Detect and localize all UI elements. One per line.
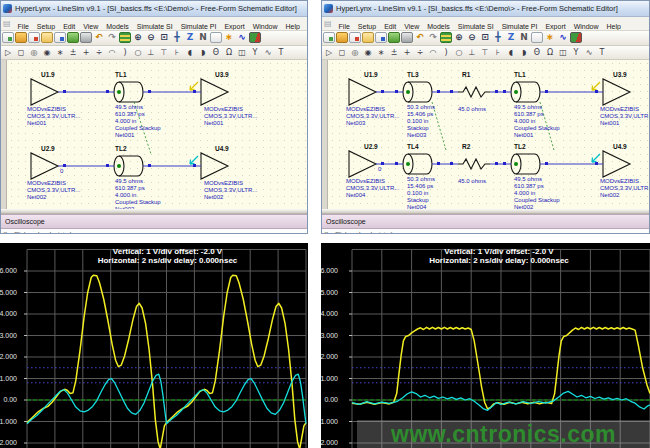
add-transmission-line-icon[interactable]: ∿ bbox=[262, 47, 274, 58]
open-recent-icon[interactable] bbox=[41, 32, 53, 43]
net-highlight-icon[interactable]: Z bbox=[505, 32, 517, 43]
open-recent-icon[interactable] bbox=[362, 32, 374, 43]
ref-designator-u3.9[interactable]: U3.9 bbox=[613, 71, 627, 78]
open-icon[interactable] bbox=[336, 32, 348, 43]
save-icon[interactable] bbox=[54, 32, 66, 43]
menu-item-simulate-pi[interactable]: Simulate PI bbox=[177, 22, 221, 31]
ref-designator-u1.9[interactable]: U1.9 bbox=[364, 71, 378, 78]
add-buffer-icon[interactable]: ◎ bbox=[28, 47, 40, 58]
ref-designator-tl4[interactable]: TL4 bbox=[407, 143, 419, 150]
pan-icon[interactable]: ╋ bbox=[171, 32, 183, 43]
menu-item-models[interactable]: Models bbox=[423, 22, 454, 31]
add-stub-icon[interactable]: ) bbox=[440, 47, 452, 58]
add-coupled-line-icon[interactable]: ◫ bbox=[557, 47, 569, 58]
add-theta-element-icon[interactable]: Θ bbox=[210, 47, 222, 58]
titlebar[interactable]: HyperLynx - LineSim v9.1 - [SI_basics.ff… bbox=[1, 1, 307, 17]
print-icon[interactable] bbox=[401, 32, 413, 43]
export-schematic-icon[interactable] bbox=[28, 32, 40, 43]
area-select-tool-icon[interactable]: ◻ bbox=[336, 47, 348, 58]
ref-designator-tl3[interactable]: TL3 bbox=[407, 71, 419, 78]
add-node-icon[interactable]: ○ bbox=[132, 47, 144, 58]
menu-item-file[interactable]: File bbox=[14, 22, 33, 31]
schematic-canvas-right[interactable]: U1.9MODvsEZIBISCMOS,3.3V,ULTR...Net003TL… bbox=[322, 60, 649, 209]
redo-icon[interactable]: ↷ bbox=[106, 32, 118, 43]
menu-item-view[interactable]: View bbox=[79, 22, 102, 31]
add-terminator-icon[interactable]: ÷ bbox=[93, 47, 105, 58]
add-via-icon[interactable]: ⊤ bbox=[479, 47, 491, 58]
board-viewer-icon[interactable] bbox=[249, 32, 261, 43]
add-right-port-icon[interactable]: ◗ bbox=[197, 47, 209, 58]
ref-designator-tl1[interactable]: TL1 bbox=[514, 71, 526, 78]
add-test-point-icon[interactable]: ⊦ bbox=[171, 47, 183, 58]
stackup-editor-icon[interactable] bbox=[440, 32, 452, 43]
add-ic-icon[interactable]: ◉ bbox=[362, 47, 374, 58]
add-terminator-icon[interactable]: ÷ bbox=[414, 47, 426, 58]
zoom-out-icon[interactable]: ⊖ bbox=[466, 32, 478, 43]
menu-item-models[interactable]: Models bbox=[102, 22, 133, 31]
add-ground-icon[interactable]: ⊥ bbox=[466, 47, 478, 58]
ref-designator-u2.9[interactable]: U2.9 bbox=[364, 143, 378, 150]
add-y-split-icon[interactable]: Y bbox=[570, 47, 582, 58]
wizard-icon[interactable]: ∗ bbox=[544, 32, 556, 43]
ref-designator-u3.9[interactable]: U3.9 bbox=[215, 71, 229, 78]
oscilloscope-pane-header[interactable]: Oscilloscope bbox=[1, 214, 307, 229]
add-ground-icon[interactable]: ⊥ bbox=[145, 47, 157, 58]
add-text-icon[interactable]: T bbox=[596, 47, 608, 58]
pan-icon[interactable]: ╋ bbox=[492, 32, 504, 43]
schematic-canvas-left[interactable]: U1.9MODvsEZIBISCMOS,3.3V,ULTR...Net001TL… bbox=[1, 60, 307, 209]
add-left-port-icon[interactable]: ◖ bbox=[184, 47, 196, 58]
net-browser-icon[interactable]: N bbox=[518, 32, 530, 43]
export-schematic-icon[interactable] bbox=[349, 32, 361, 43]
mdi-document-icon[interactable]: ▤ bbox=[3, 19, 11, 28]
mdi-document-icon[interactable]: ▤ bbox=[324, 19, 332, 28]
add-pin-icon[interactable]: ± bbox=[67, 47, 79, 58]
undo-icon[interactable]: ↶ bbox=[414, 32, 426, 43]
menu-item-view[interactable]: View bbox=[400, 22, 423, 31]
print-icon[interactable] bbox=[80, 32, 92, 43]
redo-icon[interactable]: ↷ bbox=[427, 32, 439, 43]
ref-designator-u4.9[interactable]: U4.9 bbox=[613, 143, 627, 150]
menu-item-simulate-pi[interactable]: Simulate PI bbox=[498, 22, 542, 31]
ref-designator-u2.9[interactable]: U2.9 bbox=[41, 145, 55, 152]
menu-item-window[interactable]: Window bbox=[570, 22, 603, 31]
menu-item-help[interactable]: Help bbox=[282, 22, 304, 31]
open-icon[interactable] bbox=[15, 32, 27, 43]
add-transmission-line-icon[interactable]: ∿ bbox=[583, 47, 595, 58]
save-all-icon[interactable] bbox=[67, 32, 79, 43]
board-viewer-icon[interactable] bbox=[570, 32, 582, 43]
ref-designator-tl1[interactable]: TL1 bbox=[115, 71, 127, 78]
add-buffer-icon[interactable]: ◎ bbox=[349, 47, 361, 58]
add-resistor-icon[interactable]: Ω bbox=[544, 47, 556, 58]
add-probe-icon[interactable]: ∗ bbox=[375, 47, 387, 58]
add-test-point-icon[interactable]: ⊦ bbox=[492, 47, 504, 58]
menu-item-setup[interactable]: Setup bbox=[33, 22, 59, 31]
menu-item-edit[interactable]: Edit bbox=[380, 22, 400, 31]
add-arc-icon[interactable]: ◠ bbox=[427, 47, 439, 58]
titlebar[interactable]: HyperLynx - LineSim v9.1 - [SI_basics.ff… bbox=[322, 1, 649, 17]
select-tool-icon[interactable]: ▷ bbox=[2, 47, 14, 58]
add-left-port-icon[interactable]: ◖ bbox=[505, 47, 517, 58]
attach-oscilloscope-icon[interactable]: ∿ bbox=[236, 32, 248, 43]
ref-designator-r1[interactable]: R1 bbox=[462, 71, 470, 78]
menu-item-simulate-si[interactable]: Simulate SI bbox=[454, 22, 498, 31]
new-sheet-icon[interactable] bbox=[210, 32, 222, 43]
menu-item-file[interactable]: File bbox=[335, 22, 354, 31]
new-sheet-icon[interactable] bbox=[531, 32, 543, 43]
menu-item-export[interactable]: Export bbox=[541, 22, 569, 31]
menu-item-setup[interactable]: Setup bbox=[354, 22, 380, 31]
add-probe-icon[interactable]: ∗ bbox=[54, 47, 66, 58]
add-junction-icon[interactable]: + bbox=[80, 47, 92, 58]
stackup-editor-icon[interactable] bbox=[119, 32, 131, 43]
ref-designator-u4.9[interactable]: U4.9 bbox=[215, 145, 229, 152]
add-text-icon[interactable]: T bbox=[275, 47, 287, 58]
save-icon[interactable] bbox=[375, 32, 387, 43]
new-icon[interactable] bbox=[2, 32, 14, 43]
undo-icon[interactable]: ↶ bbox=[93, 32, 105, 43]
save-all-icon[interactable] bbox=[388, 32, 400, 43]
ref-designator-tl2[interactable]: TL2 bbox=[514, 143, 526, 150]
ref-designator-tl2[interactable]: TL2 bbox=[115, 145, 127, 152]
select-tool-icon[interactable]: ▷ bbox=[323, 47, 335, 58]
ref-designator-u1.9[interactable]: U1.9 bbox=[41, 71, 55, 78]
zoom-area-icon[interactable]: ⊡ bbox=[158, 32, 170, 43]
zoom-area-icon[interactable]: ⊡ bbox=[479, 32, 491, 43]
